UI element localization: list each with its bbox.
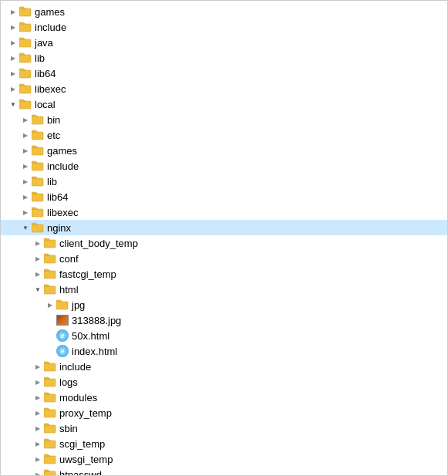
tree-item-lib[interactable]: ▶lib bbox=[1, 50, 447, 66]
item-label: fastcgi_temp bbox=[59, 268, 116, 280]
expand-arrow[interactable]: ▶ bbox=[7, 21, 19, 33]
folder-icon bbox=[32, 129, 44, 141]
tree-item-client_body_temp[interactable]: ▶client_body_temp bbox=[1, 235, 447, 251]
item-label: client_body_temp bbox=[59, 238, 138, 249]
svg-rect-12 bbox=[32, 194, 43, 201]
expand-arrow[interactable]: ▶ bbox=[32, 437, 44, 450]
item-label: jpg bbox=[72, 299, 85, 311]
file-tree[interactable]: ▶games▶include▶java▶lib▶lib64▶libexec▼lo… bbox=[0, 0, 448, 476]
expand-arrow[interactable]: ▶ bbox=[32, 360, 44, 373]
expand-arrow[interactable]: ▶ bbox=[7, 52, 19, 64]
svg-rect-6 bbox=[19, 101, 31, 109]
tree-item-uwsgi_temp[interactable]: ▶uwsgi_temp bbox=[1, 451, 447, 467]
item-label: logs bbox=[59, 376, 78, 388]
expand-arrow[interactable]: ▼ bbox=[32, 283, 44, 295]
expand-arrow[interactable]: ▶ bbox=[7, 36, 19, 49]
folder-icon bbox=[19, 21, 32, 33]
item-label: bin bbox=[47, 114, 60, 126]
tree-item-proxy_temp[interactable]: ▶proxy_temp bbox=[1, 405, 447, 420]
expand-arrow[interactable]: ▶ bbox=[32, 468, 44, 476]
expand-arrow[interactable]: ▶ bbox=[7, 67, 19, 79]
expand-arrow[interactable]: ▶ bbox=[32, 252, 44, 265]
folder-icon bbox=[32, 160, 44, 172]
tree-item-html[interactable]: ▼html bbox=[1, 282, 447, 297]
svg-rect-20 bbox=[44, 363, 56, 371]
expand-arrow[interactable]: ▶ bbox=[19, 191, 32, 203]
folder-icon bbox=[44, 268, 56, 280]
expand-arrow[interactable]: ▶ bbox=[19, 175, 32, 187]
expand-arrow[interactable]: ▶ bbox=[32, 237, 44, 249]
expand-arrow[interactable]: ▶ bbox=[32, 376, 44, 388]
expand-arrow[interactable]: ▶ bbox=[19, 113, 32, 126]
expand-arrow[interactable] bbox=[44, 345, 56, 357]
item-label: lib64 bbox=[35, 68, 56, 79]
tree-item-lib64[interactable]: ▶lib64 bbox=[1, 66, 447, 81]
folder-icon bbox=[32, 221, 44, 234]
item-label: java bbox=[35, 37, 53, 49]
svg-rect-2 bbox=[19, 39, 31, 47]
svg-rect-25 bbox=[44, 441, 56, 448]
svg-rect-17 bbox=[44, 271, 56, 279]
expand-arrow[interactable]: ▶ bbox=[32, 391, 44, 403]
expand-arrow[interactable]: ▼ bbox=[19, 221, 32, 234]
tree-item-local[interactable]: ▼local bbox=[1, 96, 447, 112]
svg-rect-3 bbox=[19, 55, 31, 62]
tree-item-lib[interactable]: ▶lib bbox=[1, 174, 447, 189]
expand-arrow[interactable]: ▶ bbox=[19, 160, 32, 172]
folder-icon bbox=[44, 283, 56, 295]
tree-item-games[interactable]: ▶games bbox=[1, 143, 447, 158]
expand-arrow[interactable]: ▶ bbox=[19, 129, 32, 141]
folder-icon bbox=[32, 206, 44, 218]
expand-arrow[interactable] bbox=[44, 329, 56, 342]
expand-arrow[interactable] bbox=[44, 314, 56, 326]
item-label: local bbox=[35, 99, 56, 110]
folder-icon bbox=[44, 468, 56, 476]
folder-icon bbox=[44, 237, 56, 249]
expand-arrow[interactable]: ▶ bbox=[32, 407, 44, 419]
tree-item-include[interactable]: ▶include bbox=[1, 158, 447, 174]
expand-arrow[interactable]: ▶ bbox=[19, 206, 32, 218]
expand-arrow[interactable]: ▼ bbox=[7, 98, 19, 110]
folder-icon bbox=[19, 83, 32, 95]
tree-item-include[interactable]: ▶include bbox=[1, 19, 447, 35]
item-label: lib bbox=[47, 176, 57, 187]
expand-arrow[interactable]: ▶ bbox=[19, 144, 32, 157]
item-label: proxy_temp bbox=[59, 407, 112, 419]
tree-item-games[interactable]: ▶games bbox=[1, 4, 447, 19]
tree-item-nginx[interactable]: ▼nginx bbox=[1, 220, 447, 235]
tree-item-java[interactable]: ▶java bbox=[1, 35, 447, 50]
expand-arrow[interactable]: ▶ bbox=[32, 453, 44, 465]
tree-item-libexec[interactable]: ▶libexec bbox=[1, 81, 447, 96]
tree-item-conf[interactable]: ▶conf bbox=[1, 251, 447, 266]
tree-item-index-html[interactable]: eindex.html bbox=[1, 343, 447, 359]
tree-item-etc[interactable]: ▶etc bbox=[1, 127, 447, 143]
expand-arrow[interactable]: ▶ bbox=[7, 83, 19, 95]
expand-arrow[interactable]: ▶ bbox=[44, 299, 56, 311]
tree-item-jpg[interactable]: ▶jpg bbox=[1, 297, 447, 312]
tree-item-htpasswd[interactable]: ▶htpasswd bbox=[1, 467, 447, 476]
tree-item-50x-html[interactable]: e50x.html bbox=[1, 328, 447, 343]
item-label: lib64 bbox=[47, 191, 68, 203]
folder-icon bbox=[44, 391, 56, 403]
tree-item-lib64[interactable]: ▶lib64 bbox=[1, 189, 447, 204]
tree-item-include[interactable]: ▶include bbox=[1, 359, 447, 374]
tree-item-libexec[interactable]: ▶libexec bbox=[1, 204, 447, 220]
folder-icon bbox=[32, 144, 44, 157]
tree-item-logs[interactable]: ▶logs bbox=[1, 374, 447, 390]
expand-arrow[interactable]: ▶ bbox=[32, 268, 44, 280]
tree-item-313888-jpg[interactable]: 313888.jpg bbox=[1, 312, 447, 328]
svg-rect-14 bbox=[32, 224, 43, 232]
item-label: conf bbox=[59, 253, 79, 265]
expand-arrow[interactable]: ▶ bbox=[32, 422, 44, 434]
tree-item-fastcgi_temp[interactable]: ▶fastcgi_temp bbox=[1, 266, 447, 282]
folder-icon bbox=[44, 360, 56, 373]
expand-arrow[interactable]: ▶ bbox=[7, 5, 19, 18]
tree-item-scgi_temp[interactable]: ▶scgi_temp bbox=[1, 436, 447, 451]
item-label: index.html bbox=[72, 346, 117, 357]
tree-item-bin[interactable]: ▶bin bbox=[1, 112, 447, 127]
svg-rect-9 bbox=[32, 147, 43, 155]
tree-item-modules[interactable]: ▶modules bbox=[1, 390, 447, 405]
item-label: sbin bbox=[59, 423, 78, 434]
tree-item-sbin[interactable]: ▶sbin bbox=[1, 420, 447, 436]
folder-icon bbox=[56, 299, 69, 311]
